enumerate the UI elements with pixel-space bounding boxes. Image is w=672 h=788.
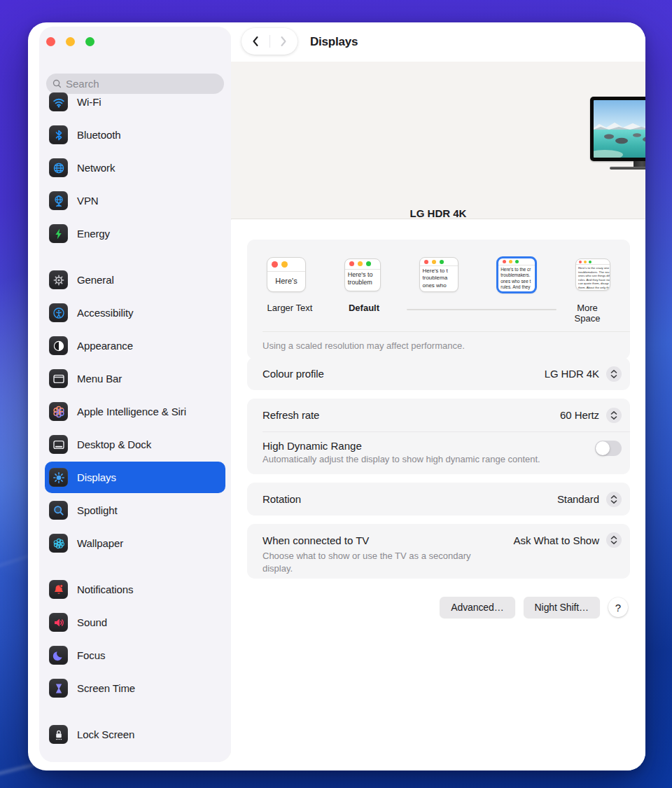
sidebar-list: Wi-Fi Bluetooth Network VPN Energy Gener… xyxy=(39,85,231,752)
resolution-option-default[interactable]: Here's to troublem xyxy=(344,258,381,291)
resolution-label: Larger Text xyxy=(267,303,313,313)
sidebar-item-label: Displays xyxy=(77,471,116,483)
resolution-card: Here's Here's to troublem Here's to t tr… xyxy=(247,240,630,359)
header: Displays xyxy=(231,22,645,62)
sidebar-item-label: Apple Intelligence & Siri xyxy=(77,406,186,417)
resolution-option-larger-text[interactable]: Here's xyxy=(267,257,306,292)
sidebar-item-desktop-dock[interactable]: Desktop & Dock xyxy=(45,429,225,460)
hdr-description: Automatically adjust the display to show… xyxy=(262,454,592,464)
monitor-wallpaper xyxy=(594,100,645,158)
sidebar-item-label: Network xyxy=(77,162,115,174)
sidebar-item-label: Wallpaper xyxy=(77,537,123,549)
resolution-option-4-selected[interactable]: Here's to the cr troublemakers. ones who… xyxy=(496,256,537,293)
footer-buttons: Advanced… Night Shift… ? xyxy=(440,597,628,618)
up-down-chevron-icon xyxy=(610,534,618,546)
sidebar-item-sound[interactable]: Sound xyxy=(45,607,225,638)
close-button[interactable] xyxy=(46,37,55,46)
sidebar-item-label: Accessibility xyxy=(77,307,133,319)
menu-bar-icon xyxy=(49,369,68,388)
resolution-option-more-space[interactable]: Here's to the crazy one troublemakers. T… xyxy=(575,258,610,291)
resolution-label: Default xyxy=(349,303,379,313)
system-settings-window: Wi-Fi Bluetooth Network VPN Energy Gener… xyxy=(28,22,645,770)
toggle-knob xyxy=(596,441,610,455)
sidebar-item-label: Menu Bar xyxy=(77,373,122,385)
tv-connection-stepper[interactable] xyxy=(606,532,622,548)
hdr-toggle[interactable] xyxy=(595,441,622,456)
window-controls xyxy=(46,37,94,46)
chevron-right-icon xyxy=(280,36,287,47)
sidebar-item-network[interactable]: Network xyxy=(45,152,225,184)
rotation-card: Rotation Standard xyxy=(247,483,630,516)
bell-icon xyxy=(49,580,68,599)
sidebar-item-label: Wi-Fi xyxy=(77,96,101,108)
resolution-labels: Larger Text Default More Space xyxy=(247,303,630,315)
sidebar-item-focus[interactable]: Focus xyxy=(45,640,225,671)
page-title: Displays xyxy=(310,22,358,62)
rotation-stepper[interactable] xyxy=(606,492,622,507)
sidebar-item-spotlight[interactable]: Spotlight xyxy=(45,495,225,526)
wifi-icon xyxy=(49,92,68,111)
tv-connection-description: Choose what to show or use the TV as a s… xyxy=(262,550,500,575)
refresh-rate-card: Refresh rate 60 Hertz High Dynamic Range… xyxy=(247,399,630,474)
nav-pill xyxy=(241,28,298,55)
gear-icon xyxy=(49,270,68,289)
sidebar-item-bluetooth[interactable]: Bluetooth xyxy=(45,119,225,151)
sidebar-item-menu-bar[interactable]: Menu Bar xyxy=(45,363,225,394)
advanced-button[interactable]: Advanced… xyxy=(440,597,514,618)
desktop-dock-icon xyxy=(49,435,68,454)
sidebar-item-displays[interactable]: Displays xyxy=(45,462,225,493)
up-down-chevron-icon xyxy=(610,494,618,505)
minimize-button[interactable] xyxy=(66,37,75,46)
hourglass-icon xyxy=(49,679,68,698)
sidebar-item-label: VPN xyxy=(77,195,99,207)
bluetooth-icon xyxy=(49,125,68,144)
monitor-base xyxy=(610,167,645,170)
sidebar-item-apple-intelligence[interactable]: Apple Intelligence & Siri xyxy=(45,396,225,427)
card-divider xyxy=(262,331,630,332)
sidebar-item-label: Energy xyxy=(77,228,110,240)
settings-content: Here's Here's to troublem Here's to t tr… xyxy=(231,220,645,770)
display-name: LG HDR 4K xyxy=(231,207,645,219)
accessibility-icon xyxy=(49,303,68,322)
apple-intelligence-icon xyxy=(49,402,68,421)
sidebar-item-wifi[interactable]: Wi-Fi xyxy=(45,86,225,118)
sidebar: Wi-Fi Bluetooth Network VPN Energy Gener… xyxy=(39,27,231,762)
refresh-rate-value: 60 Hertz xyxy=(560,409,599,421)
sidebar-item-appearance[interactable]: Appearance xyxy=(45,330,225,361)
sidebar-item-energy[interactable]: Energy xyxy=(45,218,225,249)
sidebar-item-label: Notifications xyxy=(77,583,133,595)
tv-connection-value: Ask What to Show xyxy=(513,534,599,546)
sidebar-item-label: Spotlight xyxy=(77,504,117,516)
rotation-label: Rotation xyxy=(262,493,301,505)
zoom-button[interactable] xyxy=(85,37,94,46)
colour-profile-value: LG HDR 4K xyxy=(545,368,599,380)
appearance-icon xyxy=(49,336,68,355)
monitor-stand xyxy=(634,161,645,167)
vpn-icon xyxy=(49,191,68,210)
sidebar-item-label: General xyxy=(77,274,114,286)
help-button[interactable]: ? xyxy=(608,597,628,617)
resolution-option-3[interactable]: Here's to t troublema ones who xyxy=(419,257,458,292)
sidebar-item-lock-screen[interactable]: Lock Screen xyxy=(45,719,225,750)
refresh-rate-stepper[interactable] xyxy=(606,408,622,423)
resolution-options: Here's Here's to troublem Here's to t tr… xyxy=(247,249,630,300)
sidebar-item-label: Focus xyxy=(77,649,105,661)
sidebar-item-vpn[interactable]: VPN xyxy=(45,185,225,216)
sidebar-item-general[interactable]: General xyxy=(45,264,225,296)
colour-profile-card: Colour profile LG HDR 4K xyxy=(247,357,630,390)
main-pane: Displays xyxy=(231,22,645,770)
back-button[interactable] xyxy=(241,28,270,55)
speaker-icon xyxy=(49,613,68,632)
sidebar-item-accessibility[interactable]: Accessibility xyxy=(45,297,225,329)
colour-profile-stepper[interactable] xyxy=(606,366,622,382)
night-shift-button[interactable]: Night Shift… xyxy=(524,597,600,618)
forward-button[interactable] xyxy=(270,28,298,55)
sidebar-item-wallpaper[interactable]: Wallpaper xyxy=(45,527,225,559)
sidebar-item-label: Screen Time xyxy=(77,682,135,694)
sidebar-item-screen-time[interactable]: Screen Time xyxy=(45,672,225,704)
colour-profile-label: Colour profile xyxy=(262,368,324,380)
sidebar-item-notifications[interactable]: Notifications xyxy=(45,574,225,605)
lock-icon xyxy=(49,725,68,744)
sidebar-item-label: Lock Screen xyxy=(77,728,134,740)
resolution-caption: Using a scaled resolution may affect per… xyxy=(262,340,465,351)
